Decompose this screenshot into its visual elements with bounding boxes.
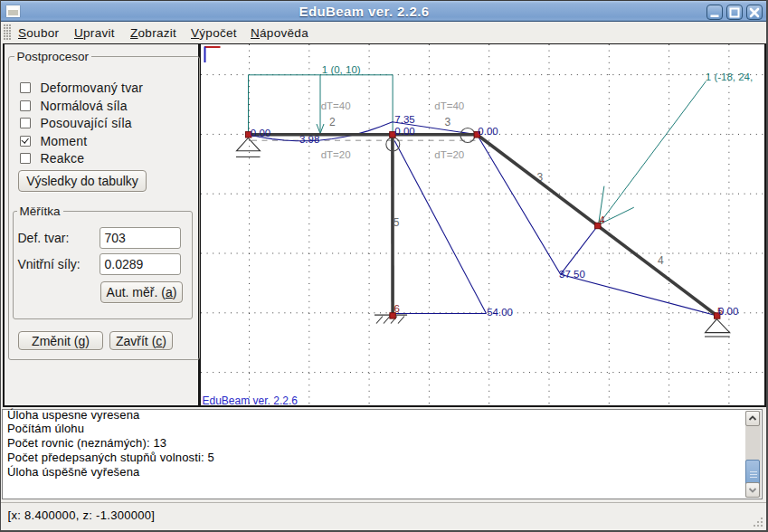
svg-text:3: 3 — [444, 116, 450, 128]
svg-text:0.00: 0.00 — [250, 128, 270, 138]
svg-text:EduBeam ver. 2.2.6: EduBeam ver. 2.2.6 — [202, 394, 298, 405]
svg-text:1 (0, 10): 1 (0, 10) — [321, 64, 360, 75]
svg-text:4: 4 — [658, 254, 664, 267]
svg-text:dT=40: dT=40 — [434, 100, 464, 111]
svg-text:0.00: 0.00 — [478, 126, 498, 137]
svg-text:dT=40: dT=40 — [320, 100, 350, 111]
svg-text:6: 6 — [393, 303, 399, 314]
svg-text:2: 2 — [328, 116, 335, 128]
svg-text:5: 5 — [393, 216, 399, 229]
svg-text:dT=20: dT=20 — [320, 149, 350, 160]
svg-text:4: 4 — [599, 214, 605, 225]
svg-text:dT=20: dT=20 — [434, 149, 464, 160]
svg-text:0.00: 0.00 — [718, 306, 738, 317]
svg-text:54.00: 54.00 — [487, 307, 513, 318]
svg-text:1 (-18, 24,: 1 (-18, 24, — [705, 71, 752, 82]
svg-text:37.50: 37.50 — [559, 269, 585, 280]
svg-text:0.00: 0.00 — [394, 126, 414, 137]
svg-text:7.35: 7.35 — [394, 114, 414, 125]
